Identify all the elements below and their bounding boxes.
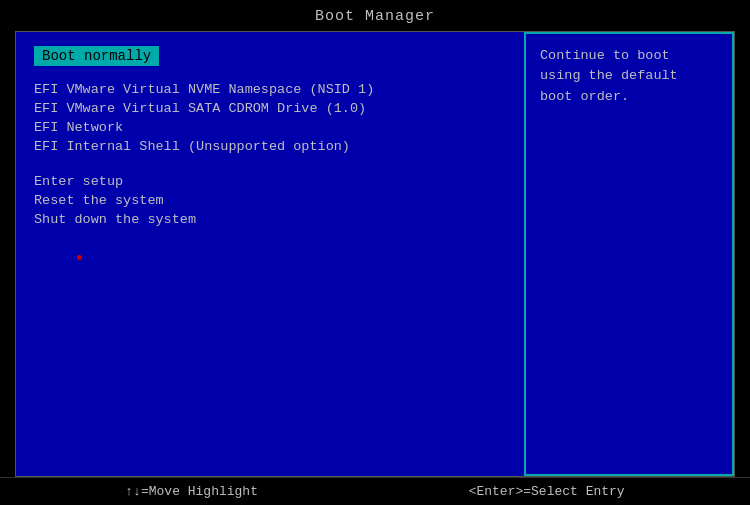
window-title: Boot Manager [315,8,435,25]
boot-options-section: EFI VMware Virtual NVME Namespace (NSID … [34,80,506,156]
menu-separator [34,158,506,172]
menu-item-shutdown[interactable]: Shut down the system [34,210,506,229]
cursor-bullet: • [34,249,506,269]
menu-item-sata[interactable]: EFI VMware Virtual SATA CDROM Drive (1.0… [34,99,506,118]
status-bar: ↑↓=Move Highlight <Enter>=Select Entry [0,477,750,505]
menu-item-enter-setup[interactable]: Enter setup [34,172,506,191]
menu-item-network[interactable]: EFI Network [34,118,506,137]
selected-menu-item[interactable]: Boot normally [34,46,159,66]
system-options-section: Enter setup Reset the system Shut down t… [34,172,506,229]
main-area: Boot normally EFI VMware Virtual NVME Na… [15,31,735,477]
menu-item-shell[interactable]: EFI Internal Shell (Unsupported option) [34,137,506,156]
title-bar: Boot Manager [0,0,750,31]
select-entry-hint: <Enter>=Select Entry [469,484,625,499]
menu-item-nvme[interactable]: EFI VMware Virtual NVME Namespace (NSID … [34,80,506,99]
right-panel: Continue to boot using the default boot … [524,32,734,476]
move-highlight-hint: ↑↓=Move Highlight [125,484,258,499]
menu-item-reset[interactable]: Reset the system [34,191,506,210]
description-text: Continue to boot using the default boot … [540,48,678,104]
left-panel: Boot normally EFI VMware Virtual NVME Na… [16,32,524,476]
